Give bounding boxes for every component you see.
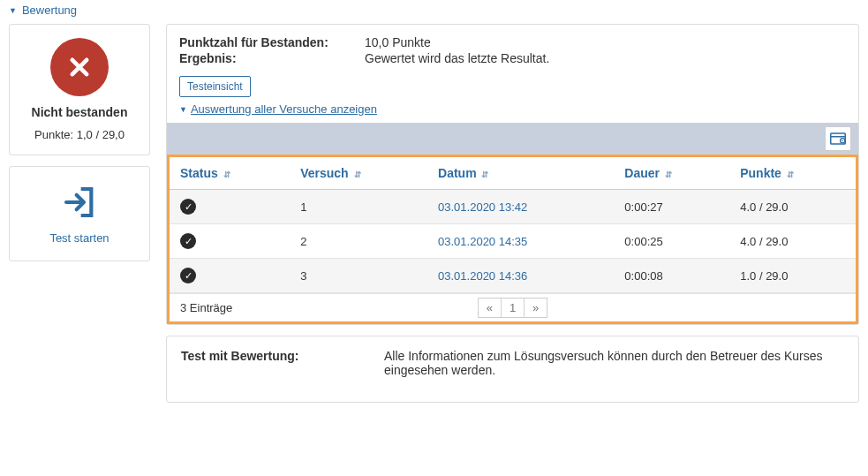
cell-duration: 0:00:27 [614,190,729,224]
sort-icon: ⇵ [665,170,672,179]
columns-config-button[interactable] [825,126,851,151]
attempts-table: Status ⇵ Versuch ⇵ Datum ⇵ Dauer ⇵ Punkt… [170,157,856,293]
col-points[interactable]: Punkte ⇵ [729,157,856,190]
cell-attempt: 3 [290,259,427,293]
entries-count: 3 Einträge [180,301,232,314]
attempts-table-wrapper: Status ⇵ Versuch ⇵ Datum ⇵ Dauer ⇵ Punkt… [167,155,858,324]
right-column: Punktzahl für Bestanden: 10,0 Punkte Erg… [166,24,859,403]
info-panel: Test mit Bewertung: Alle Informationen z… [166,336,859,403]
check-icon: ✓ [180,199,196,215]
table-row: ✓303.01.2020 14:360:00:081.0 / 29.0 [170,259,856,293]
cell-duration: 0:00:25 [614,224,729,259]
status-title: Nicht bestanden [19,105,140,119]
status-panel: Nicht bestanden Punkte: 1,0 / 29,0 [9,24,150,155]
col-duration[interactable]: Dauer ⇵ [614,157,729,190]
table-toolbar [167,123,858,155]
pager-next[interactable]: » [525,298,547,318]
start-test-button[interactable]: Test starten [9,166,150,261]
pass-score-value: 10,0 Punkte [365,35,846,49]
main-panel: Punktzahl für Bestanden: 10,0 Punkte Erg… [166,24,859,325]
left-column: Nicht bestanden Punkte: 1,0 / 29,0 Test … [9,24,150,403]
attempt-date-link[interactable]: 03.01.2020 13:42 [438,200,527,214]
pager-prev[interactable]: « [478,298,502,318]
status-points: Punkte: 1,0 / 29,0 [19,128,140,141]
accordion-header[interactable]: ▼ Bewertung [9,0,859,24]
pager-page[interactable]: 1 [502,298,525,318]
table-footer: 3 Einträge « 1 » [170,293,856,321]
show-all-attempts-link[interactable]: Auswertung aller Versuche anzeigen [191,102,377,116]
test-insight-button[interactable]: Testeinsicht [179,76,251,97]
cell-attempt: 1 [290,190,427,224]
cell-points: 1.0 / 29.0 [729,259,856,293]
info-value: Alle Informationen zum Lösungsversuch kö… [384,349,844,377]
pager: « 1 » [478,298,548,318]
col-status[interactable]: Status ⇵ [170,157,290,190]
cell-attempt: 2 [290,224,427,259]
cell-points: 4.0 / 29.0 [729,190,856,224]
col-date[interactable]: Datum ⇵ [427,157,614,190]
attempt-date-link[interactable]: 03.01.2020 14:36 [438,269,527,283]
chevron-down-icon: ▼ [9,6,17,15]
enter-icon [19,185,140,223]
check-icon: ✓ [180,268,196,283]
attempt-date-link[interactable]: 03.01.2020 14:35 [438,235,527,248]
cell-duration: 0:00:08 [614,259,729,293]
fail-icon [50,38,109,96]
sort-icon: ⇵ [354,170,361,179]
table-row: ✓203.01.2020 14:350:00:254.0 / 29.0 [170,224,856,259]
table-row: ✓103.01.2020 13:420:00:274.0 / 29.0 [170,190,856,224]
pass-score-label: Punktzahl für Bestanden: [179,35,365,49]
result-label: Ergebnis: [179,51,365,65]
accordion-title: Bewertung [22,4,77,17]
col-attempt[interactable]: Versuch ⇵ [290,157,427,190]
sort-icon: ⇵ [787,170,794,179]
result-value: Gewertet wird das letzte Resultat. [365,51,846,65]
svg-point-3 [842,140,844,142]
info-label: Test mit Bewertung: [181,349,366,377]
sort-icon: ⇵ [223,170,230,179]
sort-icon: ⇵ [481,170,488,179]
start-test-label: Test starten [19,231,140,245]
check-icon: ✓ [180,233,196,249]
cell-points: 4.0 / 29.0 [729,224,856,259]
chevron-down-icon: ▼ [179,105,187,114]
